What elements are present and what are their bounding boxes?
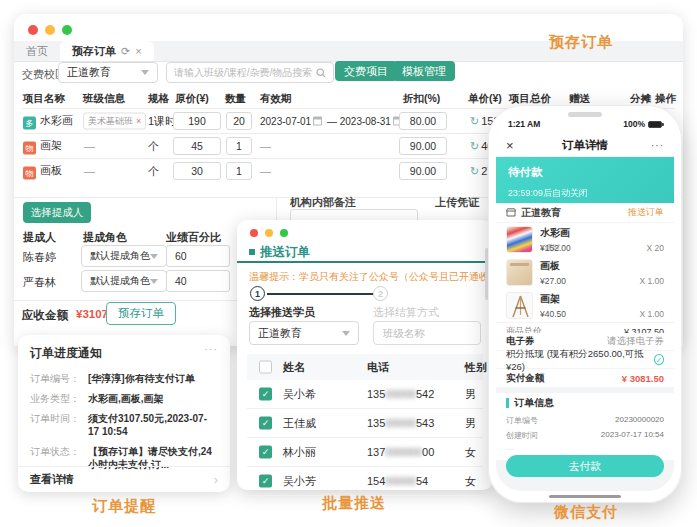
battery-icon (648, 121, 662, 128)
goods-type-badge: 物 (23, 167, 36, 180)
modal-window-controls (250, 229, 288, 237)
phone-navbar: × 订单详情 ··· (496, 135, 674, 157)
notice-row: 订单时间：须支付3107.50元,2023-07-17 10:54 (30, 412, 218, 438)
step-1-circle: 1 (250, 286, 265, 301)
close-window-icon[interactable] (28, 25, 38, 35)
commission-percent-input[interactable]: 60 (166, 245, 230, 267)
commission-person-header: 提成人 (23, 230, 56, 245)
fee-items-button[interactable]: 交费项目 (335, 61, 397, 81)
campus-select[interactable]: 正道教育 (58, 62, 158, 83)
select-commission-person-button[interactable]: 选择提成人 (23, 202, 91, 223)
class-tag[interactable]: 美术基础班× (83, 113, 146, 130)
search-box[interactable] (166, 62, 334, 83)
modal-campus-select[interactable]: 正道教育 (249, 321, 359, 345)
paid-amount-label: 实付金额 (506, 372, 544, 385)
commission-percent-input[interactable]: 40 (166, 270, 230, 292)
discount-input[interactable]: 80.00 (399, 112, 447, 130)
item-name: 画板 (540, 259, 664, 273)
go-pay-button[interactable]: 去付款 (506, 455, 664, 477)
discount-input[interactable]: 90.00 (399, 162, 447, 180)
internal-remark-label: 机构内部备注 (290, 195, 356, 210)
template-manage-button[interactable]: 模板管理 (393, 61, 455, 81)
discount-input[interactable]: 90.00 (399, 137, 447, 155)
valid-empty: — (260, 165, 271, 177)
item-name: 画板 (40, 164, 62, 176)
col-total: 项目总价 (509, 92, 551, 106)
class-name-box[interactable] (373, 321, 481, 345)
chevron-right-icon: › (214, 472, 218, 487)
commission-role-select[interactable]: 默认提成角色 (81, 245, 167, 267)
student-row[interactable]: ✓ 林小丽 13700000000 女 (247, 438, 483, 467)
item-name: 画架 (540, 292, 664, 306)
select-all-checkbox[interactable] (259, 361, 272, 374)
step-2-label: 选择结算方式 (373, 305, 439, 320)
maximize-window-icon[interactable] (62, 25, 72, 35)
payment-summary-card: 电子券 请选择电子券 积分抵现 (现有积分2650.00,可抵¥26) ✓ 实付… (496, 333, 674, 387)
notice-title: 订单进度通知 (30, 345, 218, 362)
checkbox-checked-icon[interactable]: ✓ (259, 417, 272, 430)
commission-role-select[interactable]: 默认提成角色 (81, 270, 167, 292)
home-indicator[interactable] (549, 495, 621, 498)
price-input[interactable]: 190 (173, 112, 221, 130)
tab-home[interactable]: 首页 (14, 41, 60, 61)
payment-status-banner: 待付款 23:59:09后自动关闭 (496, 157, 674, 203)
student-phone: 13500000543 (367, 417, 434, 429)
order-item: 水彩画 1课时 ¥152.00 X 20 (496, 223, 674, 256)
notice-row: 订单编号：[华淳淳]你有待支付订单 (30, 372, 218, 385)
close-window-icon[interactable] (250, 229, 258, 237)
student-row[interactable]: ✓ 吴小芳 1540000054 女 (247, 467, 483, 496)
check-circle-icon[interactable]: ✓ (654, 354, 664, 365)
warm-tip-text: 温馨提示：学员只有关注了公众号（公众号且已开通收银 (249, 270, 489, 284)
view-details-link[interactable]: 查看详情 › (18, 466, 230, 492)
qty-input[interactable]: 20 (226, 112, 252, 130)
step-1-label: 选择推送学员 (249, 305, 315, 320)
chevron-down-icon (150, 279, 158, 284)
student-phone: 13500000542 (367, 388, 434, 400)
minimize-window-icon[interactable] (265, 229, 273, 237)
maximize-window-icon[interactable] (280, 229, 288, 237)
tab-presave-order[interactable]: 预存订单 ⟳ × (60, 41, 154, 61)
student-row[interactable]: ✓ 吴小希 13500000542 男 (247, 380, 483, 409)
valid-range[interactable]: 2023-07-01 — 2023-08-31 (260, 116, 404, 127)
search-icon (316, 68, 326, 78)
spec-value: 1课时 (148, 114, 176, 129)
price-input[interactable]: 45 (173, 137, 221, 155)
pay-countdown: 23:59:09后自动关闭 (508, 187, 662, 200)
item-price: ¥40.50 (540, 309, 566, 319)
refresh-tab-icon[interactable]: ⟳ (121, 45, 130, 58)
checkbox-checked-icon[interactable]: ✓ (259, 475, 272, 488)
more-options-icon[interactable]: ··· (204, 343, 218, 355)
order-no-label: 订单编号 (506, 415, 538, 426)
checkbox-checked-icon[interactable]: ✓ (259, 446, 272, 459)
annotation-wechat-pay: 微信支付 (554, 503, 618, 522)
col-class: 班级信息 (83, 92, 125, 106)
student-name: 吴小希 (283, 387, 316, 402)
student-gender: 女 (465, 445, 476, 460)
item-name: 画架 (40, 139, 62, 151)
item-price: ¥27.00 (540, 276, 566, 286)
recalc-icon[interactable]: ↻ (470, 165, 479, 177)
presave-order-button[interactable]: 预存订单 (106, 302, 176, 325)
more-options-icon[interactable]: ··· (651, 140, 664, 151)
recalc-icon[interactable]: ↻ (470, 115, 479, 127)
class-name-input[interactable] (383, 327, 471, 339)
battery-percent: 100% (623, 119, 645, 129)
search-input[interactable] (174, 67, 316, 78)
points-row[interactable]: 积分抵现 (现有积分2650.00,可抵¥26) ✓ (496, 351, 674, 369)
order-item: 画架 ¥40.50 X 1.00 (496, 289, 674, 322)
item-qty: X 20 (647, 243, 665, 253)
student-table-header: 姓名 电话 性别 (247, 354, 483, 380)
upload-voucher-label[interactable]: 上传凭证 (435, 195, 479, 210)
qty-input[interactable]: 1 (226, 137, 252, 155)
remove-tag-icon[interactable]: × (136, 116, 141, 126)
qty-input[interactable]: 1 (226, 162, 252, 180)
shop-icon (506, 208, 516, 217)
minimize-window-icon[interactable] (45, 25, 55, 35)
student-row[interactable]: ✓ 王佳威 13500000543 男 (247, 409, 483, 438)
checkbox-checked-icon[interactable]: ✓ (259, 388, 272, 401)
close-tab-icon[interactable]: × (135, 45, 141, 57)
col-unit: 单价(¥) (468, 92, 502, 106)
push-order-link[interactable]: 推送订单 (628, 206, 664, 219)
recalc-icon[interactable]: ↻ (470, 140, 479, 152)
price-input[interactable]: 30 (173, 162, 221, 180)
